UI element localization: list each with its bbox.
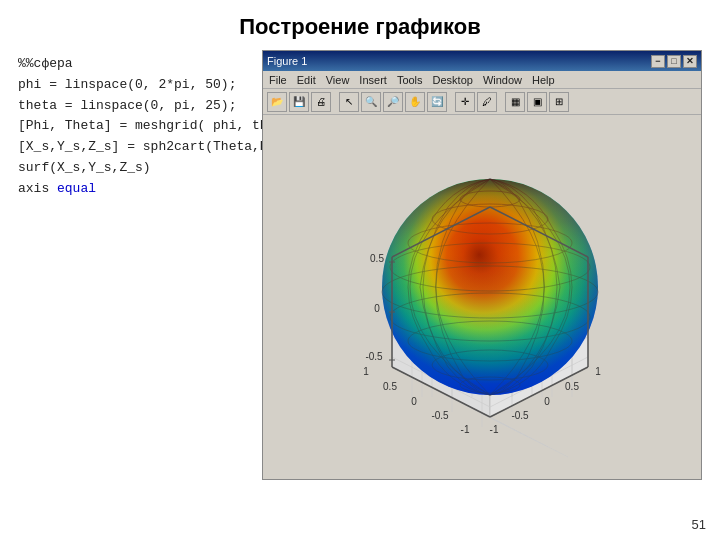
toolbar-pan[interactable]: ✋ (405, 92, 425, 112)
code-line-2: phi = linspace(0, 2*pi, 50); (18, 75, 252, 96)
figure-window: Figure 1 − □ ✕ File Edit View Insert Too… (262, 50, 702, 480)
y-axis-label-neg1: -1 (461, 424, 470, 435)
toolbar-grid[interactable]: ⊞ (549, 92, 569, 112)
z-axis-zero-label: 0 (374, 303, 380, 314)
toolbar-save[interactable]: 💾 (289, 92, 309, 112)
x-axis-label-neg05: -0.5 (511, 410, 529, 421)
code-line-3: theta = linspace(0, pi, 25); (18, 96, 252, 117)
toolbar-legend[interactable]: ▣ (527, 92, 547, 112)
code-block: %%сфера phi = linspace(0, 2*pi, 50); the… (18, 50, 252, 480)
close-button[interactable]: ✕ (683, 55, 697, 68)
menu-file[interactable]: File (267, 74, 289, 86)
toolbar-brush[interactable]: 🖊 (477, 92, 497, 112)
menu-view[interactable]: View (324, 74, 352, 86)
page-number: 51 (692, 517, 706, 532)
toolbar-pointer[interactable]: ↖ (339, 92, 359, 112)
menu-insert[interactable]: Insert (357, 74, 389, 86)
sphere-svg: 0.5 0 -0.5 1 0.5 0 -0.5 -1 -1 -0.5 0 0.5… (302, 127, 662, 467)
code-line-6: surf(X_s,Y_s,Z_s) (18, 158, 252, 179)
code-line-7: axis equal (18, 179, 252, 200)
figure-toolbar: 📂 💾 🖨 ↖ 🔍 🔎 ✋ 🔄 ✛ 🖊 ▦ ▣ ⊞ (263, 89, 701, 115)
maximize-button[interactable]: □ (667, 55, 681, 68)
toolbar-zoom-in[interactable]: 🔍 (361, 92, 381, 112)
page-title: Построение графиков (0, 0, 720, 50)
content-area: %%сфера phi = linspace(0, 2*pi, 50); the… (0, 50, 720, 480)
titlebar-buttons: − □ ✕ (651, 55, 697, 68)
y-axis-label-1: 1 (363, 366, 369, 377)
figure-title: Figure 1 (267, 55, 307, 67)
toolbar-datacursor[interactable]: ✛ (455, 92, 475, 112)
code-line-4: [Phi, Theta] = meshgrid( phi, theta ); (18, 116, 252, 137)
figure-menubar: File Edit View Insert Tools Desktop Wind… (263, 71, 701, 89)
y-axis-label-05: 0.5 (383, 381, 397, 392)
menu-edit[interactable]: Edit (295, 74, 318, 86)
svg-point-43 (382, 179, 598, 395)
sphere-container: 0.5 0 -0.5 1 0.5 0 -0.5 -1 -1 -0.5 0 0.5… (302, 127, 662, 467)
code-line-1: %%сфера (18, 54, 252, 75)
toolbar-open[interactable]: 📂 (267, 92, 287, 112)
x-axis-label-0: 0 (544, 396, 550, 407)
toolbar-colorbar[interactable]: ▦ (505, 92, 525, 112)
z-axis-pos-label: 0.5 (370, 253, 384, 264)
code-line-5: [X_s,Y_s,Z_s] = sph2cart(Theta,Phi,1); (18, 137, 252, 158)
figure-plot-area: 0.5 0 -0.5 1 0.5 0 -0.5 -1 -1 -0.5 0 0.5… (263, 115, 701, 479)
toolbar-zoom-out[interactable]: 🔎 (383, 92, 403, 112)
x-axis-label-05: 0.5 (565, 381, 579, 392)
x-axis-label-1: 1 (595, 366, 601, 377)
minimize-button[interactable]: − (651, 55, 665, 68)
y-axis-label-0: 0 (411, 396, 417, 407)
z-axis-neg-label: -0.5 (365, 351, 383, 362)
menu-window[interactable]: Window (481, 74, 524, 86)
toolbar-print[interactable]: 🖨 (311, 92, 331, 112)
figure-titlebar: Figure 1 − □ ✕ (263, 51, 701, 71)
y-axis-label-neg05: -0.5 (431, 410, 449, 421)
menu-desktop[interactable]: Desktop (431, 74, 475, 86)
menu-tools[interactable]: Tools (395, 74, 425, 86)
x-axis-label-neg1: -1 (490, 424, 499, 435)
menu-help[interactable]: Help (530, 74, 557, 86)
toolbar-rotate[interactable]: 🔄 (427, 92, 447, 112)
